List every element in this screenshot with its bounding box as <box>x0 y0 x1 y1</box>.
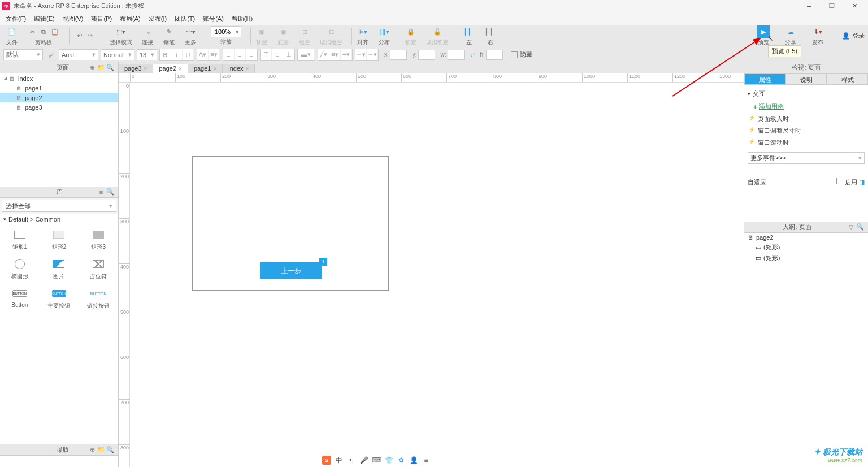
arrow-end-icon[interactable]: →▾ <box>367 49 378 60</box>
valign-top-icon[interactable]: ⊤ <box>261 49 272 60</box>
lineweight-icon[interactable]: ≡▾ <box>329 49 341 60</box>
lib-image[interactable]: 图片 <box>40 254 79 284</box>
align-icon[interactable]: ⊫▾ <box>357 25 369 38</box>
front-icon[interactable]: ▣ <box>255 25 268 38</box>
add-page-icon[interactable]: ⊕ <box>88 63 97 72</box>
tree-page1[interactable]: 🗎page1 <box>0 83 118 93</box>
unlock-icon[interactable]: 🔓 <box>431 25 444 38</box>
bullet-icon[interactable]: ≡▾ <box>209 49 220 60</box>
maximize-button[interactable]: ❐ <box>821 0 843 12</box>
enable-checkbox[interactable] <box>836 178 843 184</box>
add-master-icon[interactable]: ⊕ <box>88 446 97 455</box>
copy-icon[interactable]: ⧉ <box>38 27 49 37</box>
lib-menu-icon[interactable]: ≡ <box>97 188 106 197</box>
w-input[interactable] <box>448 50 465 60</box>
group-icon[interactable]: ⊞ <box>298 25 311 38</box>
more-icon[interactable]: ⋯▾ <box>184 25 197 38</box>
file-icon[interactable]: 📄 <box>6 25 18 38</box>
login-button[interactable]: 👤登录 <box>842 32 865 40</box>
add-folder-icon[interactable]: 📁 <box>97 63 106 72</box>
lib-primary-button[interactable]: BUTTON主要按钮 <box>40 284 79 313</box>
lib-ellipse[interactable]: 椭圆形 <box>0 254 40 284</box>
cut-icon[interactable]: ✂ <box>27 27 37 37</box>
library-category[interactable]: ▾Default > Common <box>0 214 118 225</box>
lib-link-button[interactable]: BUTTON链接按钮 <box>79 284 118 313</box>
textcolor-icon[interactable]: A▾ <box>197 49 209 60</box>
menu-help[interactable]: 帮助(H) <box>229 14 255 24</box>
h-input[interactable] <box>486 50 503 60</box>
weight-select[interactable]: Normal▾ <box>101 49 134 60</box>
linestyle-icon[interactable]: ┅▾ <box>341 49 352 60</box>
canvas-button[interactable]: 上一步 <box>260 262 322 279</box>
valign-bot-icon[interactable]: ⊥ <box>283 49 294 60</box>
canvas[interactable]: 上一步 1 <box>130 83 744 467</box>
more-events-select[interactable]: 更多事件>>>▾ <box>748 152 865 164</box>
outline-search-icon[interactable]: 🔍 <box>856 223 865 232</box>
menu-layout[interactable]: 布局(A) <box>118 14 143 24</box>
tree-page3[interactable]: 🗎page3 <box>0 102 118 112</box>
publish-button[interactable]: ⬇▾ <box>811 25 824 38</box>
paint-icon[interactable]: 🖌 <box>45 49 57 60</box>
underline-icon[interactable]: U <box>183 49 194 60</box>
event-resize[interactable]: 窗口调整尺寸时 <box>748 125 865 137</box>
lock-icon[interactable]: 🔒 <box>405 25 417 38</box>
tab-index[interactable]: index× <box>223 64 255 73</box>
event-scroll[interactable]: 窗口滚动时 <box>748 137 865 149</box>
tree-index[interactable]: ◢🗎index <box>0 73 118 83</box>
outline-root[interactable]: 🗎page2 <box>744 233 868 242</box>
ungroup-icon[interactable]: ⊟ <box>325 25 337 38</box>
master-search-icon[interactable]: 🔍 <box>106 446 115 455</box>
outline-rect2[interactable]: ▭(矩形) <box>744 253 868 263</box>
font-select[interactable]: Arial▾ <box>59 49 98 60</box>
tab-notes[interactable]: 说明 <box>785 73 827 85</box>
style-select[interactable]: 默认▾ <box>3 49 43 60</box>
adaptive-settings-icon[interactable]: ◨ <box>859 179 865 185</box>
lib-rect3[interactable]: 矩形3 <box>79 225 118 254</box>
distribute-icon[interactable]: ∥∥▾ <box>378 25 390 38</box>
size-select[interactable]: 13▾ <box>137 49 157 60</box>
tab-style[interactable]: 样式 <box>827 73 868 85</box>
zoom-input[interactable]: ▾ <box>211 26 241 37</box>
undo-icon[interactable]: ↶ <box>74 31 84 41</box>
menu-team[interactable]: 团队(T) <box>172 14 197 24</box>
preview-button[interactable]: ▶ <box>757 25 770 38</box>
align-right-icon[interactable]: ▎▎ <box>484 25 497 38</box>
tree-page2[interactable]: 🗎page2 <box>0 93 118 102</box>
valign-mid-icon[interactable]: ≡ <box>272 49 283 60</box>
menu-project[interactable]: 项目(P) <box>89 14 114 24</box>
menu-account[interactable]: 账号(A) <box>201 14 226 24</box>
y-input[interactable] <box>418 50 435 60</box>
minimize-button[interactable]: ─ <box>798 0 821 12</box>
lib-placeholder[interactable]: 占位符 <box>79 254 118 284</box>
master-folder-icon[interactable]: 📁 <box>97 446 106 455</box>
paste-icon[interactable]: 📋 <box>50 27 60 37</box>
add-case-link[interactable]: 添加用例 <box>759 102 784 111</box>
share-button[interactable]: ☁ <box>784 25 797 38</box>
tab-page2[interactable]: page2× <box>153 64 188 73</box>
outline-rect1[interactable]: ▭(矩形) <box>744 242 868 253</box>
select-mode-icon[interactable]: ⬚▾ <box>115 25 127 38</box>
arrow-start-icon[interactable]: ←▾ <box>355 49 367 60</box>
bold-icon[interactable]: B <box>160 49 171 60</box>
halign-center-icon[interactable]: ≡ <box>235 49 246 60</box>
close-button[interactable]: ✕ <box>843 0 866 12</box>
halign-right-icon[interactable]: ≡ <box>246 49 257 60</box>
library-select[interactable]: 选择全部▾ <box>2 200 116 212</box>
menu-edit[interactable]: 编辑(E) <box>32 14 57 24</box>
lib-search-icon[interactable]: 🔍 <box>106 188 115 197</box>
event-pageload[interactable]: 页面载入时 <box>748 113 865 125</box>
tab-page1[interactable]: page1× <box>188 64 223 73</box>
tab-page3[interactable]: page3× <box>119 64 153 73</box>
italic-icon[interactable]: I <box>171 49 183 60</box>
lib-rect1[interactable]: 矩形1 <box>0 225 40 254</box>
line-icon[interactable]: ╱▾ <box>318 49 329 60</box>
search-pages-icon[interactable]: 🔍 <box>106 63 115 72</box>
menu-view[interactable]: 视图(V) <box>60 14 86 24</box>
back-icon[interactable]: ▣ <box>277 25 289 38</box>
x-input[interactable] <box>390 50 407 60</box>
sogou-icon[interactable]: S <box>322 456 331 465</box>
redo-icon[interactable]: ↷ <box>85 31 96 41</box>
lib-rect2[interactable]: 矩形2 <box>40 225 79 254</box>
menu-publish[interactable]: 发布(I) <box>146 14 169 24</box>
align-left-icon[interactable]: ▎▎ <box>463 25 475 38</box>
